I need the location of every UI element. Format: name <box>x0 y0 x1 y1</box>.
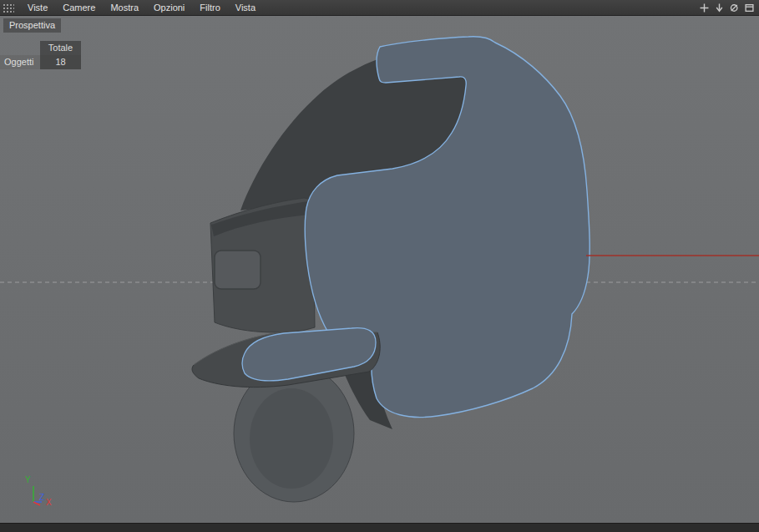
stats-row-label: Oggetti <box>0 55 40 69</box>
toggle-layout-button[interactable] <box>745 3 754 13</box>
view-label[interactable]: Prospettiva <box>3 18 61 33</box>
front-wheel-inner <box>250 388 333 489</box>
move-icon <box>700 3 709 13</box>
dolly-view-button[interactable] <box>715 3 724 13</box>
menu-item-opzioni[interactable]: Opzioni <box>146 0 192 15</box>
menu-item-vista[interactable]: Vista <box>228 0 263 15</box>
view-control-icons <box>700 3 759 13</box>
rotate-view-button[interactable] <box>730 3 739 13</box>
stats-row-value: 18 <box>40 55 81 69</box>
menu-item-mostra[interactable]: Mostra <box>103 0 146 15</box>
menu-item-filtro[interactable]: Filtro <box>192 0 227 15</box>
axis-y-label: Y <box>25 475 31 484</box>
stats-column-header: Totale <box>40 41 81 55</box>
menu-item-camere[interactable]: Camere <box>55 0 103 15</box>
scene-stats-panel: Totale Oggetti 18 <box>0 41 81 69</box>
zoom-icon <box>730 3 739 13</box>
grip-dots-icon[interactable] <box>3 3 14 13</box>
headlight-box <box>215 251 261 289</box>
stats-header-spacer <box>0 41 40 55</box>
stats-row: Oggetti 18 <box>0 55 81 69</box>
move-view-button[interactable] <box>700 3 709 13</box>
window-icon <box>745 3 754 13</box>
viewport-menubar: Viste Camere Mostra Opzioni Filtro Vista <box>0 0 759 16</box>
menu-item-viste[interactable]: Viste <box>20 0 55 15</box>
bottom-bar <box>0 523 759 532</box>
arrow-down-icon <box>715 3 724 13</box>
axis-z-label: Z <box>39 493 44 502</box>
viewport-3d-canvas[interactable]: Y Z X <box>0 0 759 532</box>
axis-x-label: X <box>46 498 52 507</box>
